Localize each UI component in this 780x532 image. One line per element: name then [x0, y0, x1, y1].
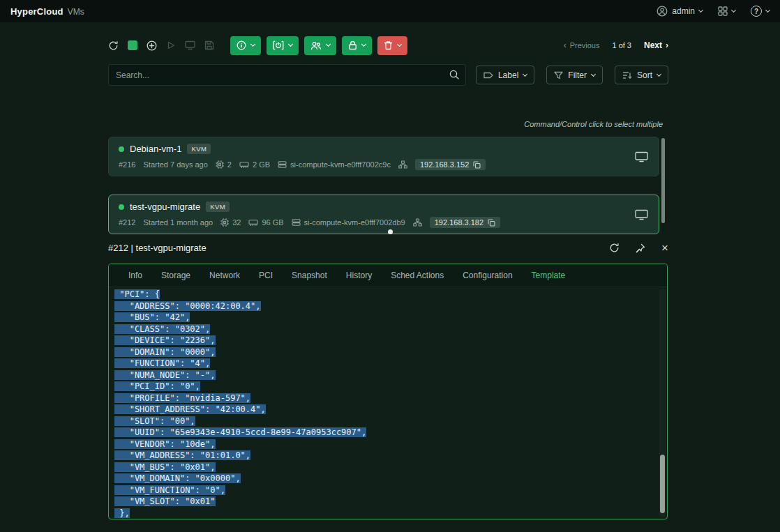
page-title: VMs — [68, 7, 84, 17]
template-line: "UUID": "65e9343e-4910-5ccd-8e99-47a0953… — [114, 427, 667, 439]
vm-state-icon — [119, 204, 124, 210]
vm-hypervisor-badge: KVM — [187, 144, 211, 154]
user-menu[interactable]: admin — [657, 6, 703, 17]
search-input[interactable] — [108, 64, 466, 86]
user-icon — [657, 6, 668, 17]
create-vm-button[interactable] — [147, 40, 157, 51]
toolbar-actions — [108, 36, 407, 55]
next-page-button[interactable]: Next › — [644, 40, 668, 50]
template-line: "PROFILE": "nvidia-597", — [114, 393, 667, 404]
lock-dropdown-button[interactable] — [342, 36, 372, 55]
template-lines: "PCI": { "ADDRESS": "0000:42:00.4", "BUS… — [114, 289, 667, 519]
template-viewer[interactable]: "PCI": { "ADDRESS": "0000:42:00.4", "BUS… — [109, 287, 667, 519]
vm-card[interactable]: test-vgpu-migrate KVM #212 Started 1 mon… — [108, 195, 659, 234]
template-scrollbar — [659, 289, 666, 517]
template-line: "DOMAIN": "0000", — [114, 347, 667, 358]
template-line: "SHORT_ADDRESS": "42:00.4", — [114, 404, 667, 416]
host-icon — [292, 218, 301, 227]
tab[interactable]: Network — [209, 271, 240, 280]
vm-name: test-vgpu-migrate — [130, 202, 200, 212]
pagination: ‹ Previous 1 of 3 Next › — [564, 40, 668, 50]
vm-memory: 2 GB — [239, 160, 270, 169]
filter-button[interactable]: Filter — [546, 66, 603, 84]
tab[interactable]: Sched Actions — [391, 271, 444, 280]
ownership-dropdown-button[interactable] — [304, 36, 336, 55]
template-line: "VENDOR": "10de", — [114, 439, 667, 450]
tab[interactable]: Storage — [161, 271, 190, 280]
chevron-down-icon — [361, 42, 366, 47]
state-action-buttons — [230, 36, 407, 55]
apps-menu[interactable] — [718, 6, 735, 16]
filter-funnel-icon — [554, 71, 563, 79]
search-icon[interactable] — [449, 70, 459, 79]
detail-title: #212 | test-vgpu-migrate — [108, 243, 207, 253]
template-line: "VM_ADDRESS": "01:01.0", — [114, 450, 667, 462]
app-window: HyperCloud VMs admin ? — [0, 0, 780, 532]
tab[interactable]: PCI — [259, 271, 273, 280]
pin-button[interactable] — [636, 243, 645, 253]
tab[interactable]: Configuration — [463, 271, 512, 280]
vm-meta-row: #212 Started 1 month ago 32 96 GB — [119, 217, 649, 228]
chevron-right-icon: › — [666, 41, 668, 50]
search-box — [108, 64, 466, 86]
info-dropdown-button[interactable] — [230, 36, 261, 55]
vm-ip: 192.168.3.182 — [435, 218, 483, 227]
carousel-dot[interactable] — [388, 229, 393, 234]
power-dropdown-button[interactable] — [267, 36, 299, 55]
detail-refresh-button[interactable] — [609, 243, 620, 253]
vm-ip: 192.168.3.152 — [420, 160, 469, 169]
page-status: 1 of 3 — [612, 41, 631, 50]
vm-host: si-compute-kvm-e0fff7002db9 — [292, 218, 405, 227]
trash-icon — [384, 40, 393, 50]
copy-icon[interactable] — [488, 219, 495, 227]
template-line: "PCI_ID": "0", — [114, 381, 667, 393]
info-icon — [237, 40, 246, 50]
users-icon — [310, 41, 322, 50]
detail-header-actions: × — [609, 242, 668, 254]
network-icon — [398, 160, 407, 169]
vm-started: Started 7 days ago — [143, 160, 207, 169]
tab[interactable]: Info — [128, 271, 142, 280]
template-line: "VM_BUS": "0x01", — [114, 462, 667, 473]
copy-icon[interactable] — [473, 161, 481, 169]
console-icon[interactable] — [635, 151, 648, 162]
previous-page-button[interactable]: ‹ Previous — [564, 41, 600, 50]
cpu-icon — [220, 218, 229, 227]
delete-dropdown-button[interactable] — [377, 36, 407, 55]
label-tag-icon — [483, 71, 493, 79]
tab[interactable]: Snapshot — [292, 271, 327, 280]
console-toolbar-button[interactable] — [185, 40, 195, 50]
chevron-down-icon — [657, 71, 661, 76]
vm-list-scrollbar-thumb[interactable] — [661, 138, 665, 223]
console-icon[interactable] — [635, 209, 648, 220]
refresh-button[interactable] — [108, 40, 119, 51]
template-line: "ADDRESS": "0000:42:00.4", — [114, 301, 667, 312]
vm-ip-chip: 192.168.3.182 — [430, 217, 500, 228]
play-button[interactable] — [166, 40, 176, 50]
vm-ip-chip: 192.168.3.152 — [415, 159, 486, 170]
template-line: "PCI": { — [114, 289, 667, 301]
vm-card[interactable]: Debian-vm-1 KVM #216 Started 7 days ago … — [108, 137, 659, 176]
vm-host: si-compute-kvm-e0fff7002c9c — [278, 160, 391, 169]
sort-icon — [622, 71, 632, 79]
template-scrollbar-thumb[interactable] — [660, 455, 665, 513]
help-menu[interactable]: ? — [751, 6, 770, 17]
template-line: "NUMA_NODE": "-", — [114, 370, 667, 381]
memory-icon — [248, 219, 258, 227]
select-all-checkbox[interactable] — [128, 40, 137, 50]
close-icon[interactable]: × — [661, 242, 668, 254]
brand-logo: HyperCloud — [10, 6, 63, 17]
chevron-down-icon — [326, 42, 331, 47]
tab[interactable]: History — [346, 271, 372, 280]
chevron-down-icon — [250, 42, 255, 47]
vm-id: #216 — [119, 160, 135, 169]
template-line: "VM_DOMAIN": "0x0000", — [114, 473, 667, 485]
template-line: "VM_FUNCTION": "0", — [114, 485, 667, 496]
sort-button[interactable]: Sort — [615, 66, 668, 84]
detail-header: #212 | test-vgpu-migrate × — [108, 242, 668, 254]
chevron-down-icon — [523, 71, 527, 76]
tab[interactable]: Template — [532, 271, 566, 280]
label-filter-button[interactable]: Label — [476, 66, 534, 84]
detail-tabs: Info Storage Network PCI Snapshot Histor… — [109, 264, 667, 287]
save-button[interactable] — [204, 40, 214, 50]
